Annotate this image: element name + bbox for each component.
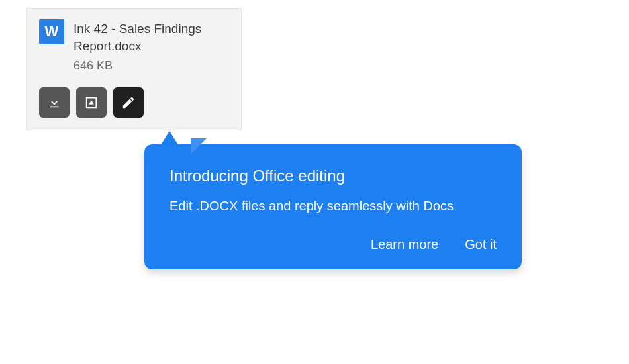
download-button[interactable]	[39, 87, 70, 118]
pencil-icon	[121, 95, 136, 110]
got-it-button[interactable]: Got it	[465, 237, 497, 252]
attachment-actions	[39, 87, 229, 118]
file-size: 646 KB	[73, 59, 229, 73]
attachment-header: W Ink 42 - Sales Findings Report.docx 64…	[39, 19, 229, 73]
save-to-drive-icon	[83, 95, 99, 110]
tooltip-title: Introducing Office editing	[169, 167, 497, 185]
tooltip-actions: Learn more Got it	[169, 237, 497, 252]
tooltip-body: Edit .DOCX files and reply seamlessly wi…	[169, 196, 497, 216]
tooltip-arrow	[160, 131, 179, 146]
save-to-drive-button[interactable]	[76, 87, 107, 118]
download-icon	[47, 95, 62, 110]
learn-more-button[interactable]: Learn more	[371, 237, 438, 252]
edit-button[interactable]	[113, 87, 144, 118]
attachment-card: W Ink 42 - Sales Findings Report.docx 64…	[26, 8, 242, 130]
file-name: Ink 42 - Sales Findings Report.docx	[73, 21, 229, 55]
feature-tooltip: Introducing Office editing Edit .DOCX fi…	[144, 144, 522, 269]
word-file-icon: W	[39, 19, 64, 44]
tooltip-corner-fold	[191, 138, 207, 154]
file-meta: Ink 42 - Sales Findings Report.docx 646 …	[73, 19, 229, 73]
